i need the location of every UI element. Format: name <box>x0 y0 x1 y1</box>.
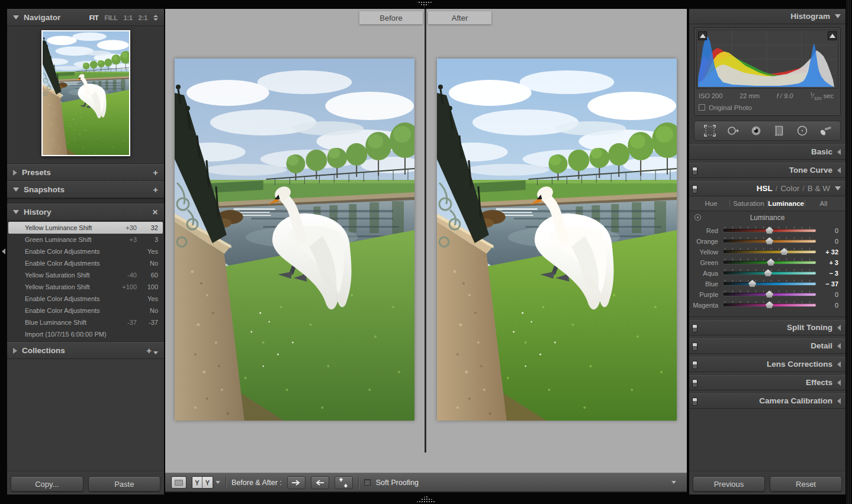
clear-history-icon[interactable]: ✕ <box>152 208 158 217</box>
slider-value[interactable]: 0 <box>816 302 841 309</box>
zoom-option-1-1[interactable]: 1:1 <box>124 14 133 21</box>
view-mode-dropdown-icon[interactable] <box>216 481 220 484</box>
toolbar-options-dropdown-icon[interactable] <box>671 481 676 484</box>
loupe-view-button[interactable] <box>171 476 187 489</box>
original-photo-checkbox[interactable] <box>699 104 705 111</box>
history-item[interactable]: Yellow Saturation Shift-4060 <box>7 269 164 281</box>
create-snapshot-icon[interactable]: + <box>153 185 158 194</box>
navigator-header[interactable]: Navigator FIT FILL 1:1 2:1 <box>7 9 164 26</box>
slider-track[interactable] <box>724 272 816 274</box>
camera-calibration-toggle[interactable] <box>692 398 697 406</box>
tone-curve-section-header[interactable]: Tone Curve <box>689 163 845 178</box>
shadow-clipping-indicator[interactable] <box>698 31 707 40</box>
slider-thumb[interactable] <box>766 227 773 234</box>
graduated-filter-icon[interactable] <box>772 124 786 138</box>
zoom-option-fit[interactable]: FIT <box>89 14 99 21</box>
slider-thumb[interactable] <box>766 290 773 298</box>
slider-value[interactable]: + 32 <box>816 248 841 256</box>
zoom-stepper-icon[interactable] <box>153 15 158 21</box>
after-photo[interactable] <box>437 59 677 421</box>
lens-corrections-toggle[interactable] <box>692 361 697 369</box>
slider-thumb[interactable] <box>780 248 788 255</box>
history-item[interactable]: Enable Color AdjustmentsNo <box>7 305 164 316</box>
snapshots-header[interactable]: Snapshots + <box>7 181 164 198</box>
history-item[interactable]: Enable Color AdjustmentsYes <box>7 293 164 305</box>
collections-header[interactable]: Collections + <box>7 342 164 359</box>
radial-filter-icon[interactable] <box>795 124 809 138</box>
history-header[interactable]: History ✕ <box>7 203 164 221</box>
slider-track[interactable] <box>724 282 816 285</box>
slider-value[interactable]: 0 <box>816 291 841 298</box>
slider-thumb[interactable] <box>767 259 774 266</box>
before-after-view-button[interactable]: YY <box>192 476 213 489</box>
reset-button[interactable]: Reset <box>770 476 842 492</box>
copy-after-to-before-button[interactable] <box>311 476 329 489</box>
slider-value[interactable]: − 37 <box>816 280 841 287</box>
hsl-tab-all[interactable]: All <box>805 200 842 207</box>
history-item[interactable]: Import (10/7/15 6:00:00 PM) <box>7 328 164 340</box>
red-eye-icon[interactable] <box>749 124 763 138</box>
bottom-panel-collapse-handle[interactable] <box>416 496 436 502</box>
navigator-thumbnail[interactable] <box>41 30 130 156</box>
histogram-header[interactable]: Histogram <box>689 9 845 24</box>
collection-menu-icon[interactable] <box>153 351 158 354</box>
effects-toggle[interactable] <box>692 379 697 387</box>
slider-track[interactable] <box>724 240 816 243</box>
before-photo[interactable] <box>175 59 414 421</box>
history-item[interactable]: Enable Color AdjustmentsYes <box>7 245 164 257</box>
slider-track[interactable] <box>724 303 816 306</box>
detail-toggle[interactable] <box>692 343 697 351</box>
spot-removal-icon[interactable] <box>726 124 740 138</box>
slider-thumb[interactable] <box>766 301 773 308</box>
history-item[interactable]: Enable Color AdjustmentsNo <box>7 257 164 269</box>
hsl-mode[interactable]: HSL <box>757 184 773 193</box>
history-item[interactable]: Green Luminance Shift+33 <box>7 234 164 245</box>
top-panel-collapse-handle[interactable] <box>416 1 433 7</box>
zoom-option-2-1[interactable]: 2:1 <box>139 14 147 21</box>
slider-value[interactable]: 0 <box>816 227 841 234</box>
create-collection-icon[interactable]: + <box>146 346 152 355</box>
slider-value[interactable]: − 3 <box>816 270 841 277</box>
swap-before-after-button[interactable] <box>335 476 353 489</box>
effects-section-header[interactable]: Effects <box>689 375 845 390</box>
history-item[interactable]: Yellow Luminance Shift+3032 <box>8 222 163 234</box>
copy-button[interactable]: Copy... <box>11 476 83 492</box>
targeted-adjustment-icon[interactable] <box>695 214 701 221</box>
tone-curve-toggle[interactable] <box>692 167 697 175</box>
slider-value[interactable]: + 3 <box>816 259 841 266</box>
highlight-clipping-indicator[interactable] <box>828 31 837 40</box>
split-toning-section-header[interactable]: Split Toning <box>689 320 845 335</box>
slider-thumb[interactable] <box>748 280 756 287</box>
hsl-tab-hue[interactable]: Hue <box>693 200 729 207</box>
histogram-plot[interactable] <box>696 30 838 89</box>
camera-calibration-section-header[interactable]: Camera Calibration <box>689 393 845 409</box>
slider-value[interactable]: 0 <box>816 238 841 245</box>
color-mode[interactable]: Color <box>780 184 799 193</box>
paste-button[interactable]: Paste <box>88 476 161 492</box>
slider-track[interactable] <box>724 293 816 296</box>
slider-track[interactable] <box>724 261 816 264</box>
detail-section-header[interactable]: Detail <box>689 338 845 354</box>
slider-track[interactable] <box>724 229 816 232</box>
split-toning-toggle[interactable] <box>692 324 697 332</box>
history-item[interactable]: Blue Luminance Shift-37-37 <box>7 316 164 328</box>
slider-track[interactable] <box>724 250 816 253</box>
previous-button[interactable]: Previous <box>693 476 765 492</box>
copy-before-to-after-button[interactable] <box>287 476 306 489</box>
hsl-section-header[interactable]: HSL / Color / B & W <box>689 181 845 196</box>
history-item[interactable]: Yellow Saturation Shift+100100 <box>7 281 164 293</box>
slider-thumb[interactable] <box>764 269 772 276</box>
bw-mode[interactable]: B & W <box>808 184 830 193</box>
basic-section-header[interactable]: Basic <box>689 144 845 160</box>
left-panel-collapse-arrow[interactable] <box>2 248 5 254</box>
lens-corrections-section-header[interactable]: Lens Corrections <box>689 357 845 372</box>
hsl-tab-saturation[interactable]: Saturation <box>730 200 767 207</box>
hsl-tab-luminance[interactable]: Luminance <box>768 200 805 207</box>
slider-thumb[interactable] <box>766 237 773 244</box>
presets-header[interactable]: Presets + <box>7 164 164 181</box>
zoom-option-fill[interactable]: FILL <box>104 14 117 21</box>
create-preset-icon[interactable]: + <box>153 168 158 177</box>
hsl-toggle[interactable] <box>692 185 697 193</box>
soft-proofing-checkbox[interactable] <box>364 479 371 486</box>
crop-overlay-icon[interactable] <box>703 124 717 138</box>
